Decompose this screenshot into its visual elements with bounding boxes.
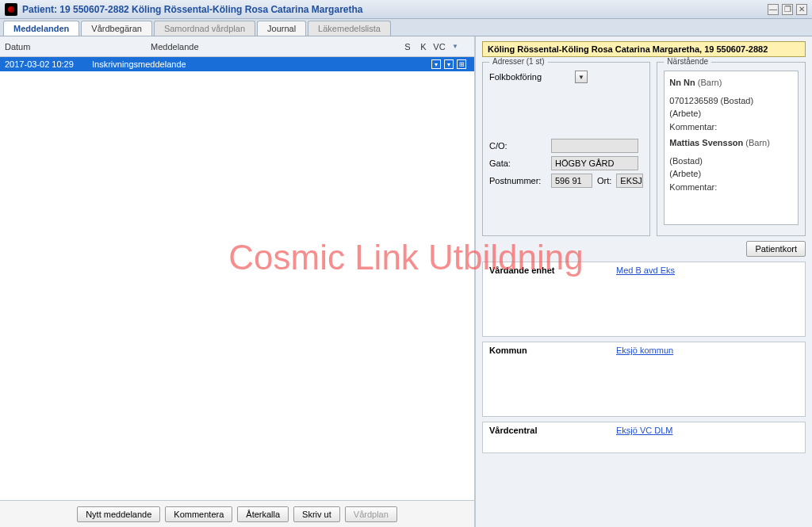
relative-type: (Barn) [745, 138, 770, 147]
col-datum-header[interactable]: Datum [5, 42, 151, 52]
vardplan-button[interactable]: Vårdplan [345, 506, 397, 522]
col-vc-header: VC [433, 42, 446, 52]
vardande-label: Vårdande enhet [489, 265, 584, 333]
ort-input[interactable]: EKSJ [616, 174, 643, 188]
msg-datum: 2017-03-02 10:29 [5, 59, 92, 69]
tab-vardbegaran[interactable]: Vårdbegäran [81, 21, 152, 36]
adresser-group: Adresser (1 st) Folkbokföring ▼ C/O: Gat… [482, 62, 650, 236]
vardcentral-section: Vårdcentral Eksjö VC DLM [482, 422, 806, 453]
kommentera-button[interactable]: Kommentera [165, 506, 232, 522]
tab-lakemedel[interactable]: Läkemedelslista [308, 21, 391, 36]
kommun-label: Kommun [489, 346, 584, 413]
adresser-legend: Adresser (1 st) [489, 57, 548, 66]
app-icon [5, 3, 17, 16]
window-title: Patient: 19 550607-2882 Köling Rössental… [22, 4, 768, 15]
tab-bar: Meddelanden Vårdbegäran Samordnad vårdpl… [0, 19, 812, 36]
co-label: C/O: [489, 141, 546, 151]
maximize-button[interactable]: ❐ [782, 4, 793, 15]
msg-text: Inskrivningsmeddelande [92, 59, 431, 69]
skrivut-button[interactable]: Skriv ut [293, 506, 340, 522]
gata-input[interactable]: HÖGBY GÅRD [551, 156, 638, 170]
messages-body [0, 71, 474, 500]
titlebar: Patient: 19 550607-2882 Köling Rössental… [0, 0, 812, 19]
tab-samordnad[interactable]: Samordnad vårdplan [154, 21, 255, 36]
co-input[interactable] [551, 139, 638, 153]
relative-comment: Kommentar: [669, 120, 793, 134]
col-meddelande-header[interactable]: Meddelande [151, 42, 401, 52]
relative-work: (Arbete) [669, 107, 793, 120]
close-button[interactable]: ✕ [796, 4, 807, 15]
vardcentral-label: Vårdcentral [489, 426, 584, 449]
relative-item: Nn Nn (Barn) [669, 76, 793, 90]
vardcentral-link[interactable]: Eksjö VC DLM [616, 426, 673, 449]
tab-journal[interactable]: Journal [257, 21, 306, 36]
patient-panel: Köling Rössental-Köling Rosa Catarina Ma… [476, 36, 812, 527]
message-row[interactable]: 2017-03-02 10:29 Inskrivningsmeddelande … [0, 57, 474, 71]
relative-type: (Barn) [698, 78, 722, 87]
ort-label: Ort: [597, 176, 611, 185]
nytt-meddelande-button[interactable]: Nytt meddelande [77, 506, 160, 522]
gata-label: Gata: [489, 158, 546, 168]
flag-vc-icon: ⊞ [457, 59, 466, 69]
relative-phone: 0701236589 (Bostad) [669, 94, 793, 108]
relative-name: Mattias Svensson [669, 138, 743, 147]
relative-name: Nn Nn [669, 78, 695, 87]
narstaende-body: Nn Nn (Barn) 0701236589 (Bostad) (Arbete… [664, 71, 799, 225]
patientkort-button[interactable]: Patientkort [746, 241, 806, 257]
tab-meddelanden[interactable]: Meddelanden [3, 21, 79, 36]
folkbokforing-label: Folkbokföring [489, 72, 542, 82]
col-s-header: S [401, 42, 414, 52]
kommun-section: Kommun Eksjö kommun [482, 342, 806, 417]
messages-header: Datum Meddelande S K VC ▼ [0, 36, 474, 57]
relative-item: Mattias Svensson (Barn) [669, 136, 793, 150]
kommun-link[interactable]: Eksjö kommun [616, 346, 673, 413]
minimize-button[interactable]: — [768, 4, 779, 15]
adresser-dropdown[interactable]: ▼ [575, 71, 588, 83]
flag-k-icon: ▾ [444, 59, 454, 69]
narstaende-group: Närstående Nn Nn (Barn) 0701236589 (Bost… [657, 62, 806, 236]
button-bar: Nytt meddelande Kommentera Återkalla Skr… [0, 500, 474, 527]
patient-header: Köling Rössental-Köling Rosa Catarina Ma… [482, 41, 806, 57]
flag-s-icon: ▾ [431, 59, 441, 69]
relative-work: (Arbete) [669, 167, 793, 181]
sort-icon[interactable]: ▼ [449, 43, 462, 50]
aterkalla-button[interactable]: Återkalla [237, 506, 289, 522]
messages-panel: Datum Meddelande S K VC ▼ 2017-03-02 10:… [0, 36, 476, 527]
vardande-enhet-section: Vårdande enhet Med B avd Eks [482, 262, 806, 337]
postnr-input[interactable]: 596 91 [551, 174, 592, 188]
col-k-header: K [417, 42, 430, 52]
relative-phone: (Bostad) [669, 155, 793, 168]
narstaende-legend: Närstående [664, 57, 711, 66]
relative-comment: Kommentar: [669, 181, 793, 194]
vardande-link[interactable]: Med B avd Eks [616, 265, 675, 333]
postnr-label: Postnummer: [489, 176, 546, 185]
